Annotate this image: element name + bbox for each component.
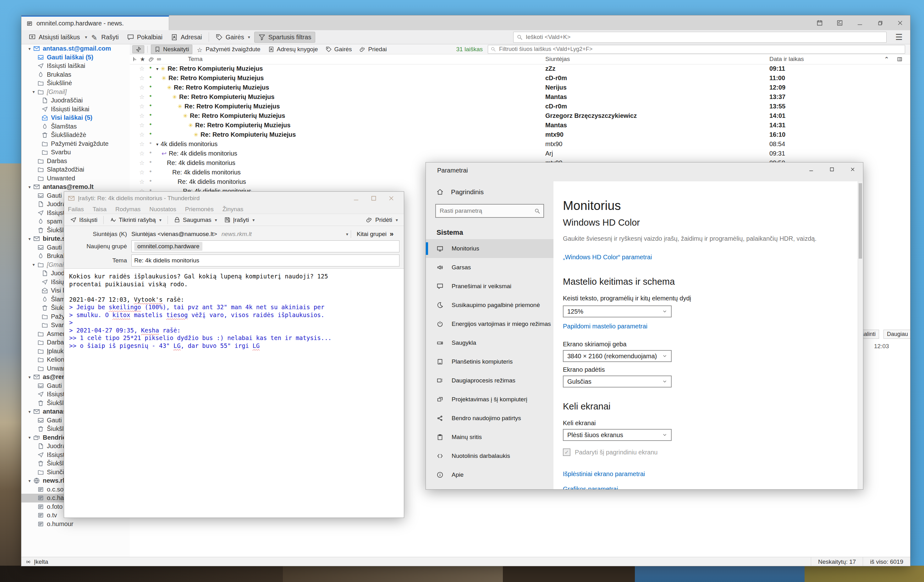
attachment-column-icon[interactable]	[148, 56, 155, 62]
star-toggle-icon[interactable]: ☆	[139, 74, 145, 82]
settings-nav-item[interactable]: Garsas	[426, 258, 553, 277]
message-row[interactable]: ☆●✳Re: Retro Kompiuterių MuziejuscD-r0m1…	[130, 74, 910, 83]
expand-arrow-icon[interactable]: ▾	[26, 185, 33, 190]
compose-titlebar[interactable]: Įrašyti: Re: 4k didelis monitorius - Thu…	[64, 192, 404, 205]
security-button[interactable]: Saugumas▾	[170, 215, 221, 225]
message-row[interactable]: ☆●↩Re: 4k didelis monitoriusArj09:31	[130, 149, 910, 158]
filter-attachment-button[interactable]: Priedai	[356, 45, 390, 54]
star-toggle-icon[interactable]: ☆	[139, 131, 145, 138]
message-row[interactable]: ☆●✳Re: Retro Kompiuterių MuziejusMantas1…	[130, 92, 910, 102]
menu-failas[interactable]: Failas	[68, 206, 84, 213]
folder-row[interactable]: Unwanted	[21, 174, 130, 183]
star-column-icon[interactable]: ★	[140, 56, 145, 63]
newsgroup-chip[interactable]: omnitel.comp.hardware	[134, 242, 202, 251]
folder-row[interactable]: ▾[Gmail]	[21, 88, 130, 96]
get-messages-button[interactable]: Atsiųsti laiškus	[25, 32, 84, 43]
quick-filter-input[interactable]	[498, 46, 902, 53]
menu-nuostatos[interactable]: Nuostatos	[149, 206, 176, 213]
column-picker-icon[interactable]	[897, 56, 903, 62]
multi-display-dropdown[interactable]: Plėsti šiuos ekranus	[563, 429, 672, 441]
settings-nav-item[interactable]: Planšetinis kompiuteris	[426, 352, 553, 371]
get-messages-dropdown[interactable]: ▾	[85, 35, 87, 40]
filter-pin-button[interactable]	[132, 45, 144, 53]
scrollbar-thumb[interactable]	[859, 183, 862, 259]
address-book-button[interactable]: Adresai	[167, 32, 206, 43]
settings-search-box[interactable]	[435, 204, 544, 218]
filter-starred-button[interactable]: ☆ Pažymėti žvaigždute	[194, 45, 263, 54]
read-status-dot[interactable]: ●	[149, 178, 152, 183]
settings-nav-item[interactable]: Nuotolinis darbalaukis	[426, 447, 553, 465]
expand-arrow-icon[interactable]: ▾	[30, 89, 37, 94]
message-row[interactable]: ☆●✳Re: Retro Kompiuterių MuziejusMantas1…	[130, 121, 910, 130]
close-button[interactable]	[890, 15, 910, 30]
star-toggle-icon[interactable]: ☆	[139, 122, 145, 129]
tasks-icon[interactable]	[830, 15, 850, 30]
folder-row[interactable]: Išsiųsti laiškai	[21, 62, 130, 70]
sort-ascending-icon[interactable]: ⌃	[884, 56, 889, 63]
message-row[interactable]: ☆●▾✳Re: Retro Kompiuterių MuziejuszZz09:…	[130, 64, 910, 74]
message-row[interactable]: ☆●▾4k didelis monitoriusmtx9008:54	[130, 140, 910, 149]
settings-nav-item[interactable]: Mainų sritis	[426, 428, 553, 447]
folder-row[interactable]: Šiukšlinė	[21, 79, 130, 88]
minimize-button[interactable]	[347, 192, 365, 204]
settings-nav-item[interactable]: Daugiaprocesis režimas	[426, 371, 553, 390]
settings-search-input[interactable]	[439, 207, 534, 214]
settings-nav-item[interactable]: Apie	[426, 465, 553, 484]
spellcheck-button[interactable]: Tikrinti rašybą▾	[106, 215, 165, 225]
app-menu-icon[interactable]: ☰	[891, 32, 907, 42]
message-row[interactable]: ☆●✳Re: Retro Kompiuterių MuziejusGrzegor…	[130, 111, 910, 121]
folder-row[interactable]: ▾antanas@remo.lt	[21, 183, 130, 191]
folder-row[interactable]: Išsiųsti laiškai	[21, 105, 130, 114]
restore-button[interactable]	[870, 15, 890, 30]
close-button[interactable]	[383, 192, 400, 204]
read-status-dot[interactable]: ●	[149, 159, 152, 164]
folder-row[interactable]: Gauti laiškai (5)	[21, 53, 130, 62]
chat-button[interactable]: Pokalbiai	[123, 32, 167, 43]
settings-nav-item[interactable]: Bendro naudojimo patirtys	[426, 409, 553, 428]
settings-nav-home[interactable]: Pagrindinis	[437, 185, 553, 199]
star-toggle-icon[interactable]: ☆	[139, 178, 145, 185]
advanced-scaling-link[interactable]: Papildomi mastelio parametrai	[563, 323, 647, 330]
star-toggle-icon[interactable]: ☆	[139, 140, 145, 148]
filter-contact-button[interactable]: Adresų knygoje	[265, 45, 321, 54]
other-group-button[interactable]: Kitai grupei	[357, 231, 386, 237]
expand-arrow-icon[interactable]: ▾	[26, 236, 33, 241]
read-status-dot[interactable]: ●	[149, 169, 152, 173]
save-button[interactable]: Įrašyti▾	[221, 215, 258, 225]
read-status-dot[interactable]: ●	[149, 150, 152, 155]
folder-row[interactable]: Brukalas	[21, 70, 130, 79]
column-subject[interactable]: Tema	[188, 56, 202, 63]
read-status-dot[interactable]: ●	[149, 74, 152, 79]
calendar-icon[interactable]	[810, 15, 830, 30]
star-toggle-icon[interactable]: ☆	[139, 103, 145, 110]
expand-arrow-icon[interactable]: ▾	[26, 435, 33, 440]
menu-priemonės[interactable]: Priemonės	[185, 206, 214, 213]
send-button[interactable]: Išsiųsti	[67, 215, 101, 225]
expand-arrow-icon[interactable]: ▾	[26, 478, 33, 483]
quick-filter-toggle[interactable]: Spartusis filtras	[254, 32, 315, 43]
settings-nav-item[interactable]: Susikaupimo pagalbinė priemonė	[426, 296, 553, 315]
star-toggle-icon[interactable]: ☆	[139, 159, 145, 167]
thread-expand-icon[interactable]: ▾	[156, 66, 158, 71]
read-status-dot[interactable]: ●	[149, 84, 152, 89]
settings-nav-item[interactable]: Monitorius	[426, 239, 553, 258]
menu-rodymas[interactable]: Rodymas	[116, 206, 140, 213]
expand-arrow-icon[interactable]: ▾	[26, 46, 33, 51]
folder-row[interactable]: o.humour	[21, 520, 130, 529]
close-button[interactable]	[842, 162, 863, 176]
expand-headers-icon[interactable]: »	[390, 230, 393, 238]
settings-nav-item[interactable]: Saugykla	[426, 333, 553, 352]
scale-dropdown[interactable]: 125%	[563, 305, 672, 317]
settings-nav-item[interactable]: Pranešimai ir veiksmai	[426, 277, 553, 296]
column-sender[interactable]: Siuntėjas	[545, 56, 570, 63]
read-status-dot[interactable]: ●	[149, 103, 152, 107]
attach-button[interactable]: Pridėti▾	[363, 215, 401, 225]
folder-row[interactable]: Slaptažodžiai	[21, 165, 130, 174]
settings-scrollbar[interactable]	[858, 181, 863, 489]
global-search[interactable]	[513, 32, 887, 43]
write-button[interactable]: ✎ Rašyti	[87, 32, 123, 43]
resolution-dropdown[interactable]: 3840 × 2160 (rekomenduojama)	[563, 350, 672, 362]
message-row[interactable]: ☆●✳Re: Retro Kompiuterių MuziejuscD-r0m1…	[130, 102, 910, 111]
star-toggle-icon[interactable]: ☆	[139, 150, 145, 157]
minimize-button[interactable]	[801, 162, 822, 176]
